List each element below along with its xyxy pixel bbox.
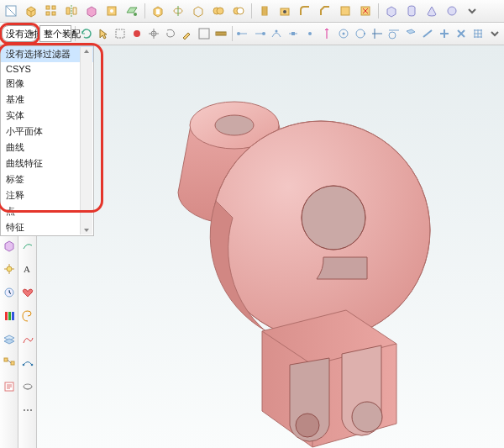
assembly-scope-dropdown[interactable]: 整个装配 <box>39 25 72 42</box>
revolve-icon[interactable] <box>169 2 187 20</box>
3d-viewport[interactable] <box>37 45 504 448</box>
snap-grid-icon[interactable] <box>470 24 486 43</box>
assembly-scope-label: 整个装配 <box>44 28 81 40</box>
svg-rect-34 <box>364 33 365 34</box>
snap-cross-icon[interactable] <box>370 24 385 43</box>
snap-ctrl-icon[interactable] <box>269 24 284 43</box>
svg-point-13 <box>237 8 244 14</box>
snap-quad-icon[interactable] <box>353 24 368 43</box>
crosshair-icon[interactable] <box>146 24 161 43</box>
svg-point-49 <box>24 409 25 411</box>
mirror-icon[interactable] <box>62 2 81 20</box>
svg-rect-24 <box>199 29 209 39</box>
record-icon[interactable] <box>129 24 144 43</box>
assembly-add-icon[interactable] <box>82 2 101 20</box>
svg-point-33 <box>356 29 365 38</box>
snap-end-icon[interactable] <box>252 24 267 43</box>
svg-point-46 <box>22 364 24 366</box>
select-box-icon[interactable] <box>113 24 128 43</box>
select-window-icon[interactable] <box>197 24 212 43</box>
cut-extrude-icon[interactable] <box>149 2 167 20</box>
toolbar-selection: 没有选择过滤器 整个装配 <box>0 23 504 45</box>
thread-icon[interactable] <box>255 2 274 20</box>
svg-rect-2 <box>52 6 55 9</box>
svg-point-6 <box>110 9 113 13</box>
svg-rect-40 <box>8 312 11 320</box>
more-icon[interactable] <box>19 402 36 419</box>
picker-icon[interactable] <box>180 24 195 43</box>
chamfer-icon[interactable] <box>316 2 334 20</box>
wrap-icon[interactable] <box>19 378 36 395</box>
boolean-unite-icon[interactable] <box>209 2 228 20</box>
plane-green-icon[interactable] <box>123 2 141 20</box>
snap-tan-icon[interactable] <box>386 24 402 43</box>
snap-center-icon[interactable] <box>336 24 351 43</box>
measure-icon[interactable] <box>213 24 228 43</box>
selection-filter-dropdown[interactable]: 没有选择过滤器 <box>2 25 38 42</box>
pointer-icon[interactable] <box>96 24 111 43</box>
svg-point-59 <box>296 414 319 437</box>
svg-point-28 <box>276 30 278 33</box>
svg-rect-42 <box>4 358 8 361</box>
sketch-icon[interactable] <box>19 237 36 254</box>
scrollbar[interactable] <box>80 47 92 235</box>
render-bar-icon[interactable] <box>1 308 18 324</box>
body-ops-icon[interactable] <box>336 2 354 20</box>
svg-point-7 <box>134 13 137 16</box>
snap-face-icon[interactable] <box>403 24 418 43</box>
spiral-icon[interactable] <box>19 308 36 324</box>
svg-point-51 <box>30 409 32 411</box>
extrude-box-icon[interactable] <box>22 2 40 20</box>
svg-point-11 <box>217 8 223 14</box>
box-prim-icon[interactable] <box>382 2 401 20</box>
separator <box>251 3 252 18</box>
feature-group-icon[interactable] <box>102 2 121 20</box>
svg-point-37 <box>7 266 12 271</box>
notes-icon[interactable] <box>1 378 18 395</box>
svg-point-30 <box>308 32 312 35</box>
heart-icon[interactable] <box>19 284 36 301</box>
toolbar-modeling <box>0 0 504 23</box>
refresh-view-icon[interactable] <box>79 24 94 43</box>
snap-start-icon[interactable] <box>235 24 250 43</box>
shell-icon[interactable] <box>189 2 207 20</box>
assembly-tree-icon[interactable] <box>1 355 18 372</box>
svg-point-58 <box>352 402 382 432</box>
curve-icon[interactable] <box>19 331 36 348</box>
more-prim-icon[interactable] <box>463 2 481 20</box>
clock-icon[interactable] <box>1 284 18 301</box>
snap-plus-icon[interactable] <box>437 24 452 43</box>
snap-axis-icon[interactable] <box>319 24 334 43</box>
svg-text:A: A <box>24 264 30 274</box>
pattern-icon[interactable] <box>42 2 60 20</box>
snap-point-icon[interactable] <box>302 24 318 43</box>
new-sketch-icon[interactable] <box>2 2 20 20</box>
fillet-icon[interactable] <box>296 2 314 20</box>
snap-mid-icon[interactable] <box>286 24 301 43</box>
svg-point-26 <box>237 32 240 35</box>
sphere-prim-icon[interactable] <box>443 2 461 20</box>
main-body: 没有选择过滤器 CSYS 图像 基准 实体 小平面体 曲线 曲线特征 标签 注释… <box>0 45 504 448</box>
layers-icon[interactable] <box>1 331 18 348</box>
svg-rect-43 <box>11 361 14 365</box>
cylinder-prim-icon[interactable] <box>402 2 421 20</box>
svg-rect-21 <box>116 29 124 38</box>
more-snap-icon[interactable] <box>487 24 502 43</box>
cone-prim-icon[interactable] <box>423 2 441 20</box>
select-lasso-icon[interactable] <box>163 24 178 43</box>
body-color-icon[interactable] <box>1 237 18 254</box>
svg-rect-41 <box>12 312 14 320</box>
svg-point-20 <box>448 7 456 15</box>
explode-icon[interactable] <box>1 261 18 277</box>
delete-face-icon[interactable] <box>356 2 375 20</box>
svg-point-32 <box>343 33 345 35</box>
spline-icon[interactable] <box>19 355 36 372</box>
text-icon[interactable]: A <box>19 261 36 277</box>
model-pink-part-icon <box>90 62 451 448</box>
hole-icon[interactable] <box>276 2 294 20</box>
boolean-subtract-icon[interactable] <box>229 2 248 20</box>
svg-point-47 <box>30 364 33 366</box>
snap-x-icon[interactable] <box>454 24 469 43</box>
svg-rect-39 <box>5 312 8 320</box>
snap-edge-icon[interactable] <box>420 24 435 43</box>
